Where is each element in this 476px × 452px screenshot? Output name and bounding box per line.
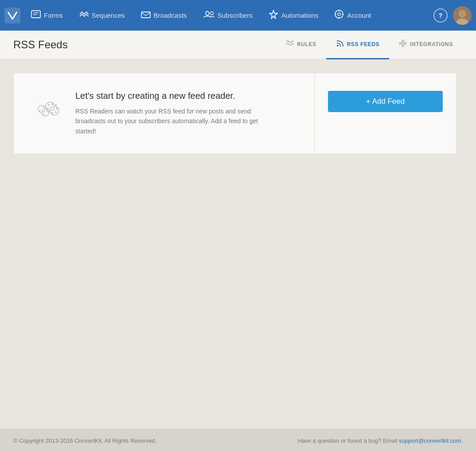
svg-rect-33 <box>47 104 50 106</box>
broadcasts-icon <box>141 10 151 20</box>
svg-point-20 <box>402 40 404 42</box>
add-feed-button[interactable]: + Add Feed <box>328 91 443 112</box>
nav-forms-label: Forms <box>44 12 63 19</box>
sub-nav-rules[interactable]: RULES <box>276 31 326 59</box>
content-card: Let's start by creating a new feed reade… <box>13 73 456 154</box>
nav-item-automations[interactable]: Automations <box>261 0 326 31</box>
avatar-image <box>453 6 472 25</box>
nav-account-label: Account <box>347 12 371 19</box>
nav-automations-label: Automations <box>281 12 318 19</box>
integrations-icon <box>399 39 407 49</box>
svg-rect-1 <box>31 11 40 18</box>
nav-item-account[interactable]: Account <box>326 0 379 31</box>
svg-point-21 <box>402 45 404 47</box>
subscribers-icon <box>203 10 215 20</box>
forms-icon <box>31 10 41 20</box>
svg-point-28 <box>51 107 54 110</box>
gear-icon-wrapper <box>36 93 65 122</box>
sub-nav-integrations[interactable]: INTEGRATIONS <box>389 31 463 59</box>
card-right: + Add Feed <box>314 73 456 154</box>
svg-rect-36 <box>55 111 57 113</box>
sub-nav: RULES RSS FEEDS <box>276 31 463 59</box>
svg-point-6 <box>210 12 213 15</box>
sub-nav-rules-label: RULES <box>297 41 316 47</box>
svg-marker-7 <box>269 10 277 19</box>
svg-rect-38 <box>43 106 44 108</box>
nav-item-sequences[interactable]: Sequences <box>71 0 133 31</box>
svg-point-5 <box>206 12 209 15</box>
svg-point-22 <box>399 43 401 44</box>
rules-icon <box>286 40 294 49</box>
svg-point-23 <box>405 43 406 44</box>
nav-items: Forms Sequences Broadcasts <box>23 0 433 31</box>
svg-point-9 <box>338 13 340 16</box>
nav-item-broadcasts[interactable]: Broadcasts <box>133 0 195 31</box>
rss-feeds-icon <box>336 39 344 49</box>
svg-rect-0 <box>4 8 20 23</box>
svg-rect-39 <box>43 114 44 116</box>
nav-right: ? <box>433 6 472 25</box>
automations-icon <box>269 9 278 21</box>
svg-point-18 <box>337 45 339 47</box>
sub-nav-rss-feeds-label: RSS FEEDS <box>347 41 379 47</box>
svg-rect-41 <box>47 110 48 112</box>
svg-rect-4 <box>141 12 150 18</box>
svg-rect-34 <box>55 104 57 106</box>
sub-nav-integrations-label: INTEGRATIONS <box>410 41 453 47</box>
nav-item-forms[interactable]: Forms <box>23 0 71 31</box>
support-text: Have a question or found a bug? Email su… <box>298 437 463 444</box>
svg-point-19 <box>402 42 404 45</box>
navbar: Forms Sequences Broadcasts <box>0 0 476 31</box>
card-description: RSS Readers can watch your RSS feed for … <box>75 106 261 136</box>
nav-logo[interactable] <box>4 8 20 23</box>
nav-sequences-label: Sequences <box>92 12 125 19</box>
svg-point-17 <box>459 11 465 17</box>
card-heading: Let's start by creating a new feed reade… <box>75 91 261 101</box>
svg-rect-32 <box>56 108 58 109</box>
svg-rect-40 <box>39 110 40 112</box>
card-left: Let's start by creating a new feed reade… <box>14 73 314 154</box>
svg-rect-30 <box>51 112 53 114</box>
avatar[interactable] <box>453 6 472 25</box>
copyright-text: © Copyright 2013-2016 ConvertKit. All Ri… <box>13 437 156 444</box>
page-title: RSS Feeds <box>13 39 276 51</box>
account-icon <box>334 9 344 21</box>
sub-header: RSS Feeds RULES RSS FEEDS <box>0 31 476 59</box>
nav-subscribers-label: Subscribers <box>218 12 253 19</box>
help-button[interactable]: ? <box>433 8 448 23</box>
main-content: Let's start by creating a new feed reade… <box>0 59 476 429</box>
footer: © Copyright 2013-2016 ConvertKit. All Ri… <box>0 429 476 452</box>
svg-point-37 <box>42 109 45 112</box>
card-text: Let's start by creating a new feed reade… <box>75 91 261 136</box>
nav-broadcasts-label: Broadcasts <box>154 12 187 19</box>
sub-nav-rss-feeds[interactable]: RSS FEEDS <box>326 31 389 59</box>
support-email-link[interactable]: support@convertkit.com <box>399 437 461 444</box>
sequences-icon <box>79 10 89 20</box>
svg-rect-29 <box>51 103 53 105</box>
nav-item-subscribers[interactable]: Subscribers <box>195 0 261 31</box>
